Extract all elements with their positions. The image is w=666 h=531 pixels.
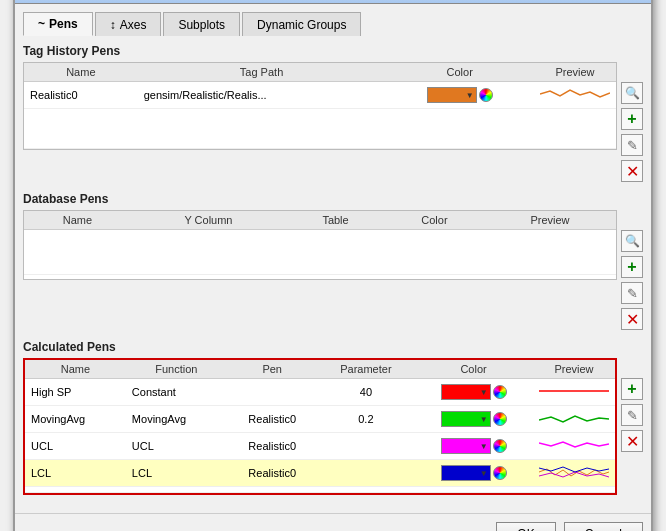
calc-preview-lcl [533, 460, 615, 487]
color-block-ucl[interactable]: ▼ [441, 438, 491, 454]
calc-th-preview: Preview [533, 360, 615, 379]
database-box: Name Y Column Table Color Preview [23, 210, 617, 280]
footer: OK Cancel [15, 513, 651, 531]
calc-parameter: 0.2 [318, 406, 415, 433]
db-th-name: Name [24, 211, 131, 230]
table-row[interactable]: LCL LCL Realistic0 ▼ [25, 460, 615, 487]
calculated-delete-button[interactable]: ✕ [621, 430, 643, 452]
calc-pen: Realistic0 [227, 460, 318, 487]
tab-axes-label: Axes [120, 18, 147, 32]
tag-history-buttons: 🔍 + ✎ ✕ [621, 82, 643, 182]
calc-name: MovingAvg [25, 406, 126, 433]
calc-name: UCL [25, 433, 126, 460]
main-content: ~ Pens ↕ Axes Subplots Dynamic Groups Ta… [15, 4, 651, 513]
database-buttons: 🔍 + ✎ ✕ [621, 230, 643, 330]
calculated-edit-button[interactable]: ✎ [621, 404, 643, 426]
pen-name: Realistic0 [24, 82, 138, 109]
db-th-ycolumn: Y Column [131, 211, 286, 230]
table-row[interactable]: High SP Constant 40 ▼ [25, 379, 615, 406]
calc-color-cell: ▼ [414, 460, 533, 487]
tag-history-add-button[interactable]: + [621, 108, 643, 130]
calc-function: LCL [126, 460, 227, 487]
color-block-lcl[interactable]: ▼ [441, 465, 491, 481]
tab-axes[interactable]: ↕ Axes [95, 12, 162, 36]
db-th-table: Table [286, 211, 385, 230]
dropdown-arrow: ▼ [466, 91, 474, 100]
preview-svg-mavg [539, 408, 609, 428]
tab-pens[interactable]: ~ Pens [23, 12, 93, 36]
tab-subplots[interactable]: Subplots [163, 12, 240, 36]
calc-color-cell: ▼ [414, 433, 533, 460]
main-window: ✓~ Easy Chart Customizer ✕ ~ Pens ↕ Axes… [13, 0, 653, 531]
calc-th-function: Function [126, 360, 227, 379]
calc-parameter [318, 433, 415, 460]
color-selector[interactable]: ▼ [391, 87, 528, 103]
database-edit-button[interactable]: ✎ [621, 282, 643, 304]
color-cell: ▼ [385, 82, 534, 109]
database-section: Database Pens Name Y Column Table Color … [23, 192, 643, 330]
calc-th-pen: Pen [227, 360, 318, 379]
preview-svg-highsp [539, 381, 609, 401]
tag-history-edit-button[interactable]: ✎ [621, 134, 643, 156]
calc-function: UCL [126, 433, 227, 460]
pens-icon: ~ [38, 17, 45, 31]
calc-name: LCL [25, 460, 126, 487]
calc-color-cell: ▼ [414, 406, 533, 433]
tab-subplots-label: Subplots [178, 18, 225, 32]
calc-name: High SP [25, 379, 126, 406]
calc-function: Constant [126, 379, 227, 406]
color-wheel-lcl[interactable] [493, 466, 507, 480]
calculated-add-button[interactable]: + [621, 378, 643, 400]
color-wheel-icon[interactable] [479, 88, 493, 102]
calculated-buttons: + ✎ ✕ [621, 378, 643, 452]
ok-button[interactable]: OK [496, 522, 555, 531]
preview-cell [534, 82, 616, 109]
tag-path: gensim/Realistic/Realis... [138, 82, 386, 109]
th-name: Name [24, 63, 138, 82]
tab-pens-label: Pens [49, 17, 78, 31]
calc-pen: Realistic0 [227, 433, 318, 460]
th-tag-path: Tag Path [138, 63, 386, 82]
calc-color-cell: ▼ [414, 379, 533, 406]
color-wheel-ucl[interactable] [493, 439, 507, 453]
calc-preview-highsp [533, 379, 615, 406]
preview-svg-lcl [539, 462, 609, 482]
color-block-mavg[interactable]: ▼ [441, 411, 491, 427]
tab-bar: ~ Pens ↕ Axes Subplots Dynamic Groups [23, 12, 643, 36]
tag-history-search-button[interactable]: 🔍 [621, 82, 643, 104]
calculated-label: Calculated Pens [23, 340, 643, 354]
color-block-highsp[interactable]: ▼ [441, 384, 491, 400]
table-row[interactable]: MovingAvg MovingAvg Realistic0 0.2 ▼ [25, 406, 615, 433]
database-table: Name Y Column Table Color Preview [24, 211, 616, 275]
database-add-button[interactable]: + [621, 256, 643, 278]
tab-dynamic-groups[interactable]: Dynamic Groups [242, 12, 361, 36]
calc-preview-ucl [533, 433, 615, 460]
tag-history-section: Tag History Pens Name Tag Path Color Pre… [23, 44, 643, 182]
database-label: Database Pens [23, 192, 643, 206]
cancel-button[interactable]: Cancel [564, 522, 643, 531]
calc-pen [227, 379, 318, 406]
calc-pen: Realistic0 [227, 406, 318, 433]
color-block[interactable]: ▼ [427, 87, 477, 103]
database-delete-button[interactable]: ✕ [621, 308, 643, 330]
preview-svg-ucl [539, 435, 609, 455]
tab-dynamic-groups-label: Dynamic Groups [257, 18, 346, 32]
calc-th-color: Color [414, 360, 533, 379]
tag-history-box: Name Tag Path Color Preview Realistic0 g… [23, 62, 617, 150]
db-th-color: Color [385, 211, 484, 230]
calculated-section: Calculated Pens Name Function Pen Parame… [23, 340, 643, 495]
calc-preview-mavg [533, 406, 615, 433]
calculated-wrapper: Name Function Pen Parameter Color Previe… [23, 358, 643, 495]
table-row[interactable]: UCL UCL Realistic0 ▼ [25, 433, 615, 460]
table-row[interactable]: Realistic0 gensim/Realistic/Realis... ▼ [24, 82, 616, 109]
calc-function: MovingAvg [126, 406, 227, 433]
tag-history-wrapper: Name Tag Path Color Preview Realistic0 g… [23, 62, 643, 182]
calc-th-name: Name [25, 360, 126, 379]
database-wrapper: Name Y Column Table Color Preview [23, 210, 643, 330]
db-th-preview: Preview [484, 211, 616, 230]
database-search-button[interactable]: 🔍 [621, 230, 643, 252]
tag-history-delete-button[interactable]: ✕ [621, 160, 643, 182]
color-wheel-mavg[interactable] [493, 412, 507, 426]
color-wheel-highsp[interactable] [493, 385, 507, 399]
th-preview: Preview [534, 63, 616, 82]
